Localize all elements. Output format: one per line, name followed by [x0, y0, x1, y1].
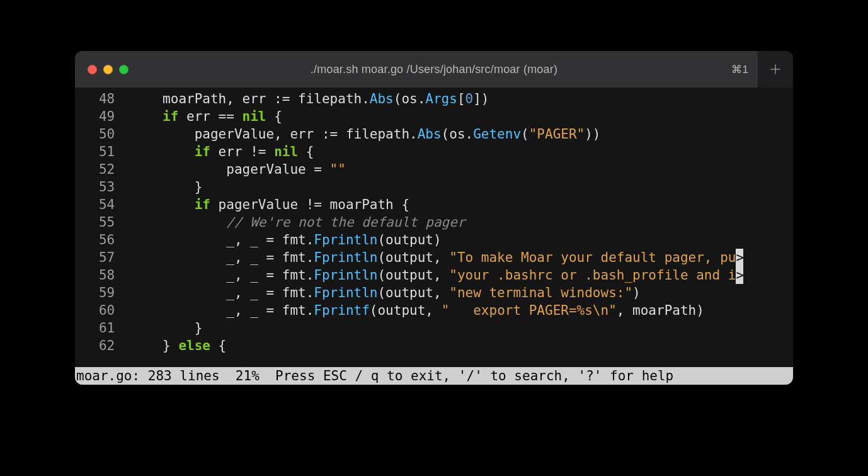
terminal-window: ./moar.sh moar.go /Users/johan/src/moar …: [75, 51, 793, 385]
close-icon[interactable]: [88, 65, 97, 74]
terminal-body[interactable]: 48 moarPath, err := filepath.Abs(os.Args…: [75, 88, 793, 367]
pager-status-bar: moar.go: 283 lines 21% Press ESC / q to …: [75, 367, 793, 385]
new-tab-button[interactable]: [757, 51, 793, 88]
fullscreen-icon[interactable]: [119, 65, 128, 74]
traffic-lights: [88, 65, 128, 74]
window-title: ./moar.sh moar.go /Users/johan/src/moar …: [75, 63, 793, 76]
minimize-icon[interactable]: [103, 65, 113, 74]
tab-shortcut-label: ⌘1: [731, 63, 749, 76]
plus-icon: [770, 64, 781, 75]
titlebar: ./moar.sh moar.go /Users/johan/src/moar …: [75, 51, 793, 88]
code-viewport: 48 moarPath, err := filepath.Abs(os.Args…: [75, 88, 793, 354]
